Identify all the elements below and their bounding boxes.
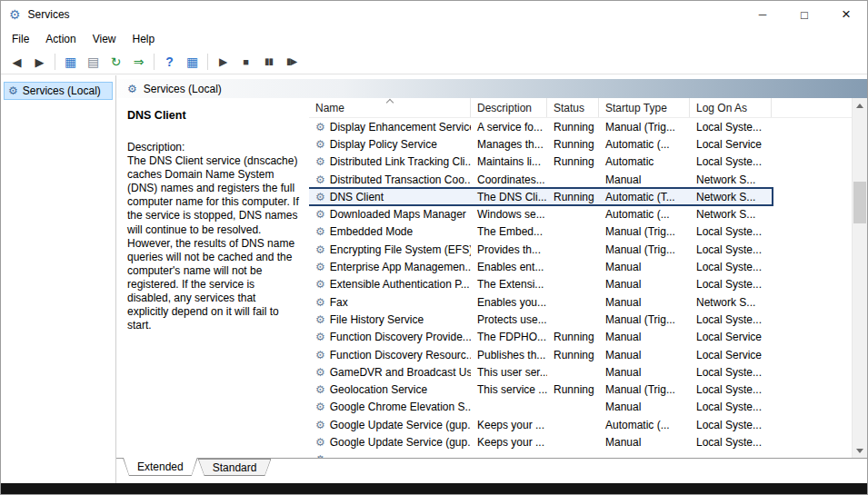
toolbar-separator (55, 54, 55, 70)
sidebar-item-services-local[interactable]: ⚙ Services (Local) (4, 82, 113, 100)
service-startup-type-cell: Manual (599, 276, 690, 293)
export-list-icon[interactable]: ⇒ (127, 52, 150, 72)
table-row[interactable]: ⚙Geolocation ServiceThis service ...Runn… (309, 381, 772, 398)
service-gear-icon: ⚙ (315, 437, 325, 448)
scrollbar-thumb[interactable] (853, 182, 866, 223)
table-row[interactable]: ⚙Display Policy ServiceManages th...Runn… (309, 135, 772, 153)
scroll-up-icon[interactable] (853, 98, 867, 113)
service-name: Extensible Authentication P... (330, 278, 470, 291)
table-row[interactable]: ⚙Distributed Transaction Coo...Coordinat… (309, 171, 772, 188)
minimize-button[interactable]: ─ (742, 1, 783, 28)
description-label: Description: (127, 141, 300, 153)
table-row[interactable]: ⚙Display Enhancement ServiceA service fo… (309, 118, 772, 135)
service-gear-icon: ⚙ (315, 350, 325, 361)
column-header-log-on-as[interactable]: Log On As (690, 98, 772, 117)
service-name: Function Discovery Resourc... (330, 349, 471, 361)
table-row[interactable]: ⚙Google Chrome Elevation S...ManualLocal… (309, 399, 772, 416)
table-row-selected[interactable]: ⚙DNS ClientThe DNS Cli...RunningAutomati… (309, 188, 772, 205)
tab-standard[interactable]: Standard (198, 459, 272, 476)
service-startup-type-cell: Automatic (... (599, 416, 690, 433)
table-row[interactable]: ⚙GameDVR and Broadcast Us...This user se… (309, 363, 772, 381)
service-logon-as-cell: Local Syste... (690, 399, 772, 416)
service-description-cell: Maintains li... (471, 153, 547, 171)
scroll-down-icon[interactable] (853, 443, 867, 458)
service-startup-type-cell: Manual (Trig... (599, 311, 690, 328)
service-status-cell (547, 205, 599, 223)
service-startup-type-cell: Automatic (... (599, 135, 690, 153)
table-row[interactable]: ⚙FaxEnables you...ManualNetwork S... (309, 293, 772, 311)
table-row[interactable]: ⚙Encrypting File System (EFS)Provides th… (309, 241, 772, 258)
service-startup-type-cell: Manual (Trig... (599, 118, 690, 135)
window-controls: ─ □ × (742, 1, 867, 28)
service-name-cell: ⚙ (309, 451, 471, 458)
content-area: ⚙ Services (Local) ⚙ Services (Local) DN… (1, 75, 867, 483)
show-action-pane-icon[interactable]: ▦ (181, 52, 204, 72)
snapin-banner: ⚙ Services (Local) (116, 79, 867, 98)
service-name-cell: ⚙Fax (309, 293, 471, 311)
table-row[interactable]: ⚙Embedded ModeThe Embed...Manual (Trig..… (309, 223, 772, 241)
service-gear-icon: ⚙ (315, 192, 325, 203)
column-header-startup-type[interactable]: Startup Type (599, 98, 690, 117)
tab-extended[interactable]: Extended (123, 458, 198, 476)
service-name-cell: ⚙DNS Client (309, 188, 471, 205)
back-icon[interactable]: ◀ (5, 52, 28, 72)
service-gear-icon: ⚙ (315, 384, 325, 395)
service-gear-icon: ⚙ (315, 156, 325, 167)
service-gear-icon: ⚙ (315, 139, 325, 150)
service-gear-icon: ⚙ (315, 367, 325, 378)
column-header-name[interactable]: Name (309, 98, 471, 117)
start-service-icon[interactable]: ▶ (212, 52, 234, 72)
service-startup-type-cell: Manual (Trig... (599, 223, 690, 241)
service-description-cell: This user ser... (471, 363, 547, 381)
pause-service-icon[interactable]: ▮▮ (257, 52, 280, 72)
menu-help[interactable]: Help (125, 30, 164, 48)
column-header-status[interactable]: Status (547, 98, 599, 117)
service-name: Encrypting File System (EFS) (330, 243, 471, 256)
stop-service-icon[interactable]: ■ (234, 52, 257, 72)
menu-view[interactable]: View (85, 30, 125, 48)
table-row[interactable]: ⚙Google Update Service (gup...Keeps your… (309, 433, 772, 450)
service-status-cell (547, 293, 599, 311)
column-header-description[interactable]: Description (471, 98, 547, 117)
close-button[interactable]: × (825, 1, 867, 28)
service-status-cell: Running (547, 153, 599, 171)
tab-label: Extended (137, 460, 184, 473)
service-name: Downloaded Maps Manager (330, 208, 466, 221)
service-description-cell: Protects use... (471, 311, 547, 328)
table-row[interactable]: ⚙File History ServiceProtects use...Manu… (309, 311, 772, 328)
services-app-icon: ⚙ (9, 8, 21, 21)
table-row[interactable]: ⚙Google Update Service (gup...Keeps your… (309, 416, 772, 433)
vertical-scrollbar[interactable] (852, 98, 867, 458)
services-table-body: ⚙Display Enhancement ServiceA service fo… (309, 118, 852, 458)
service-logon-as-cell: Local Syste... (690, 276, 772, 293)
table-row[interactable]: ⚙Downloaded Maps ManagerWindows se...Aut… (309, 205, 772, 223)
banner-title: Services (Local) (144, 83, 222, 95)
service-name-cell: ⚙Distributed Transaction Coo... (309, 171, 471, 188)
service-status-cell (547, 276, 599, 293)
service-status-cell (547, 451, 599, 458)
service-logon-as-cell: Local Service (690, 135, 772, 153)
table-row[interactable]: ⚙ (309, 451, 772, 458)
table-row[interactable]: ⚙Distributed Link Tracking Cli...Maintai… (309, 153, 772, 171)
service-status-cell: Running (547, 329, 599, 346)
menu-file[interactable]: File (4, 30, 37, 48)
service-status-cell (547, 363, 599, 381)
service-logon-as-cell: Network S... (690, 205, 772, 223)
help-icon[interactable]: ? (158, 52, 181, 72)
service-name-cell: ⚙File History Service (309, 311, 471, 328)
service-description-cell: Publishes th... (471, 346, 547, 363)
table-row[interactable]: ⚙Function Discovery Provide...The FDPHO.… (309, 329, 772, 346)
forward-icon[interactable]: ▶ (28, 52, 51, 72)
maximize-button[interactable]: □ (783, 1, 825, 28)
table-row[interactable]: ⚙Enterprise App Managemen...Enables ent.… (309, 258, 772, 275)
menu-action[interactable]: Action (37, 30, 84, 48)
restart-service-icon[interactable]: ▮▶ (280, 52, 303, 72)
refresh-icon[interactable]: ↻ (105, 52, 127, 72)
table-row[interactable]: ⚙Function Discovery Resourc...Publishes … (309, 346, 772, 363)
table-row[interactable]: ⚙Extensible Authentication P...The Exten… (309, 276, 772, 293)
service-name: Display Policy Service (330, 138, 437, 151)
show-console-tree-icon[interactable]: ▦ (59, 52, 82, 72)
service-gear-icon: ⚙ (315, 244, 325, 255)
properties-icon[interactable]: ▤ (82, 52, 105, 72)
service-gear-icon: ⚙ (315, 122, 325, 133)
